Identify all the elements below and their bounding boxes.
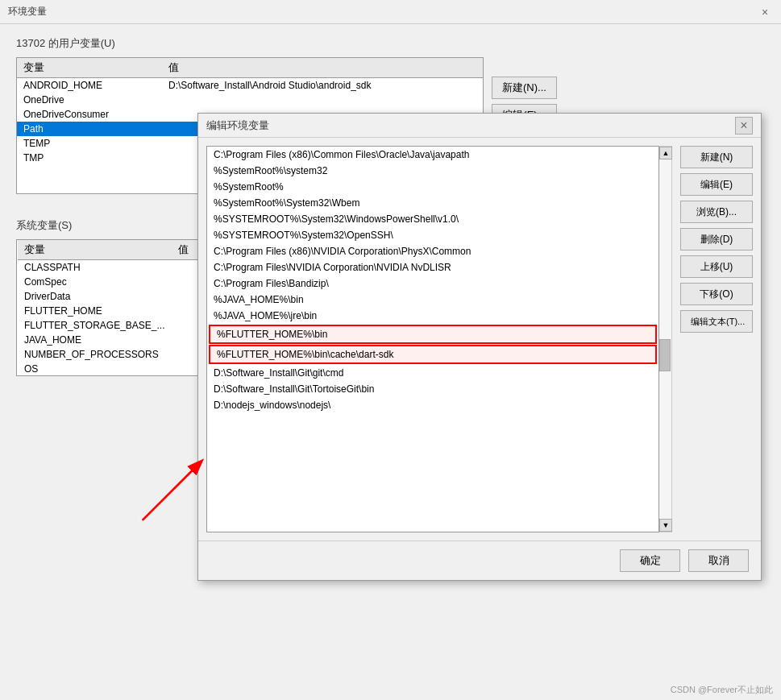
path-list-item[interactable]: %SYSTEMROOT%\System32\WindowsPowerShell\… <box>207 211 658 227</box>
sys-var-col-header: 变量 <box>18 240 172 260</box>
edit-dialog-titlebar: 编辑环境变量 × <box>198 114 761 138</box>
sys-var-name: ComSpec <box>18 275 172 289</box>
path-list-item[interactable]: D:\nodejs_windows\nodejs\ <box>207 397 658 413</box>
user-var-value: D:\Software_Install\Android Studio\andro… <box>162 78 483 93</box>
path-list-item[interactable]: D:\Software_Install\Git\git\cmd <box>207 365 658 381</box>
path-list-item[interactable]: %SystemRoot%\system32 <box>207 163 658 179</box>
path-list-item[interactable]: %FLUTTER_HOME%\bin <box>209 325 657 344</box>
sys-var-name: JAVA_HOME <box>18 333 172 347</box>
user-var-col-header: 变量 <box>17 58 162 78</box>
path-edittext-button[interactable]: 编辑文本(T)... <box>680 310 753 333</box>
sys-var-name: OS <box>18 362 172 376</box>
user-vars-label: 13702 的用户变量(U) <box>16 36 765 51</box>
path-list-item[interactable]: %JAVA_HOME%\jre\bin <box>207 308 658 324</box>
main-titlebar: 环境变量 × <box>0 0 781 24</box>
path-list-item[interactable]: C:\Program Files\Bandizip\ <box>207 275 658 292</box>
scrollbar[interactable]: ▲ ▼ <box>659 146 672 532</box>
scroll-track <box>659 159 671 519</box>
scroll-thumb[interactable] <box>659 339 671 371</box>
user-var-row[interactable]: OneDrive <box>17 93 483 107</box>
path-new-button[interactable]: 新建(N) <box>680 146 753 168</box>
main-title: 环境变量 <box>8 5 47 19</box>
user-var-name: ANDROID_HOME <box>17 78 162 93</box>
path-delete-button[interactable]: 删除(D) <box>680 228 753 251</box>
dialog-right-buttons: 新建(N) 编辑(E) 浏览(B)... 删除(D) 上移(U) 下移(O) 编… <box>680 146 753 532</box>
user-var-value <box>162 93 483 107</box>
path-list-item[interactable]: C:\Program Files (x86)\Common Files\Orac… <box>207 147 658 163</box>
scroll-up-arrow[interactable]: ▲ <box>659 147 672 159</box>
edit-ok-button[interactable]: 确定 <box>620 549 680 572</box>
path-edit-button[interactable]: 编辑(E) <box>680 173 753 196</box>
path-list: C:\Program Files (x86)\Common Files\Orac… <box>207 147 658 413</box>
sys-var-name: DriverData <box>18 289 172 304</box>
user-var-row[interactable]: ANDROID_HOMED:\Software_Install\Android … <box>17 78 483 93</box>
path-list-item[interactable]: %SYSTEMROOT%\System32\OpenSSH\ <box>207 227 658 243</box>
edit-dialog-body: C:\Program Files (x86)\Common Files\Orac… <box>198 138 761 541</box>
user-var-name: OneDriveConsumer <box>17 107 162 122</box>
path-list-item[interactable]: C:\Program Files\NVIDIA Corporation\NVID… <box>207 259 658 275</box>
sys-var-name: FLUTTER_HOME <box>18 304 172 318</box>
user-val-col-header: 值 <box>162 58 483 78</box>
path-list-item[interactable]: %JAVA_HOME%\bin <box>207 292 658 308</box>
user-new-button[interactable]: 新建(N)... <box>492 77 557 99</box>
main-close-button[interactable]: × <box>757 4 773 20</box>
path-list-item[interactable]: %SystemRoot% <box>207 179 658 195</box>
path-list-wrapper: C:\Program Files (x86)\Common Files\Orac… <box>206 146 672 532</box>
path-items-list[interactable]: C:\Program Files (x86)\Common Files\Orac… <box>206 146 659 532</box>
user-var-name: TMP <box>17 151 162 165</box>
sys-var-name: FLUTTER_STORAGE_BASE_... <box>18 318 172 333</box>
edit-close-button[interactable]: × <box>735 117 753 135</box>
user-var-name: TEMP <box>17 136 162 151</box>
edit-dialog: 编辑环境变量 × C:\Program Files (x86)\Common F… <box>197 113 762 581</box>
watermark: CSDN @Forever不止如此 <box>671 684 773 696</box>
sys-var-name: NUMBER_OF_PROCESSORS <box>18 347 172 362</box>
user-var-name: OneDrive <box>17 93 162 107</box>
user-var-name: Path <box>17 122 162 136</box>
edit-dialog-footer: 确定 取消 <box>198 541 761 580</box>
path-movedown-button[interactable]: 下移(O) <box>680 283 753 305</box>
sys-var-name: CLASSPATH <box>18 260 172 275</box>
main-window: 环境变量 × 13702 的用户变量(U) 变量 值 ANDROID_HOMED… <box>0 0 781 700</box>
path-list-item[interactable]: %FLUTTER_HOME%\bin\cache\dart-sdk <box>209 345 657 364</box>
path-browse-button[interactable]: 浏览(B)... <box>680 201 753 223</box>
path-list-item[interactable]: C:\Program Files (x86)\NVIDIA Corporatio… <box>207 243 658 259</box>
path-moveup-button[interactable]: 上移(U) <box>680 255 753 278</box>
path-list-item[interactable]: %SystemRoot%\System32\Wbem <box>207 195 658 211</box>
edit-cancel-button[interactable]: 取消 <box>688 549 749 572</box>
scroll-down-arrow[interactable]: ▼ <box>659 519 672 532</box>
path-list-item[interactable]: D:\Software_Install\Git\TortoiseGit\bin <box>207 381 658 397</box>
svg-line-1 <box>143 462 201 520</box>
edit-dialog-title: 编辑环境变量 <box>206 118 269 133</box>
